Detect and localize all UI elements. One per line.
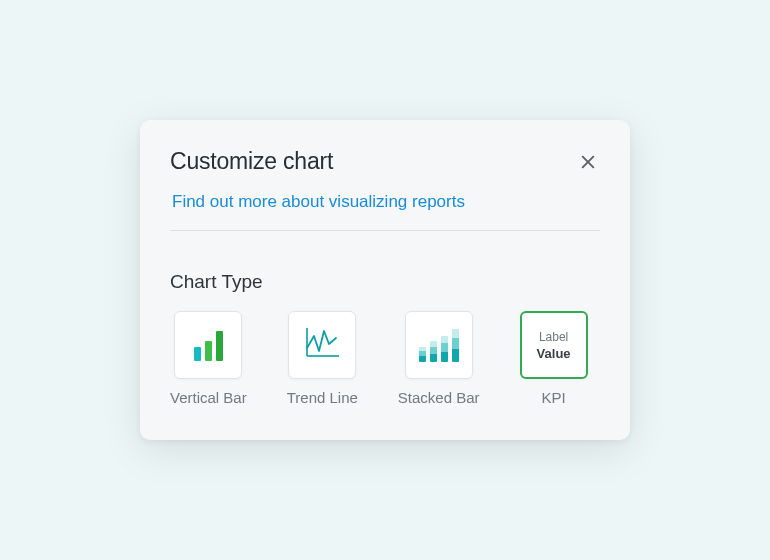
stacked-bar-tile bbox=[405, 311, 473, 379]
dialog-title: Customize chart bbox=[170, 148, 333, 175]
dialog-header: Customize chart bbox=[170, 148, 600, 178]
chart-type-kpi[interactable]: Label Value KPI bbox=[520, 311, 588, 406]
kpi-icon: Label Value bbox=[537, 330, 571, 361]
close-icon bbox=[578, 152, 598, 172]
chart-type-stacked-bar[interactable]: Stacked Bar bbox=[398, 311, 480, 406]
kpi-tile: Label Value bbox=[520, 311, 588, 379]
divider bbox=[170, 230, 600, 231]
close-button[interactable] bbox=[572, 146, 604, 178]
chart-type-heading: Chart Type bbox=[170, 271, 600, 293]
trend-line-label: Trend Line bbox=[287, 389, 358, 406]
chart-type-vertical-bar[interactable]: Vertical Bar bbox=[170, 311, 247, 406]
kpi-tile-value: Value bbox=[537, 346, 571, 361]
kpi-label: KPI bbox=[541, 389, 565, 406]
chart-type-options: Vertical Bar Trend Line bbox=[170, 311, 600, 406]
help-link[interactable]: Find out more about visualizing reports bbox=[170, 192, 467, 212]
trend-line-icon bbox=[302, 326, 342, 364]
stacked-bar-icon bbox=[419, 328, 459, 362]
chart-type-trend-line[interactable]: Trend Line bbox=[287, 311, 358, 406]
customize-chart-dialog: Customize chart Find out more about visu… bbox=[140, 120, 630, 440]
trend-line-tile bbox=[288, 311, 356, 379]
vertical-bar-tile bbox=[174, 311, 242, 379]
stacked-bar-label: Stacked Bar bbox=[398, 389, 480, 406]
vertical-bar-icon bbox=[194, 329, 223, 361]
kpi-tile-label: Label bbox=[537, 330, 571, 344]
vertical-bar-label: Vertical Bar bbox=[170, 389, 247, 406]
